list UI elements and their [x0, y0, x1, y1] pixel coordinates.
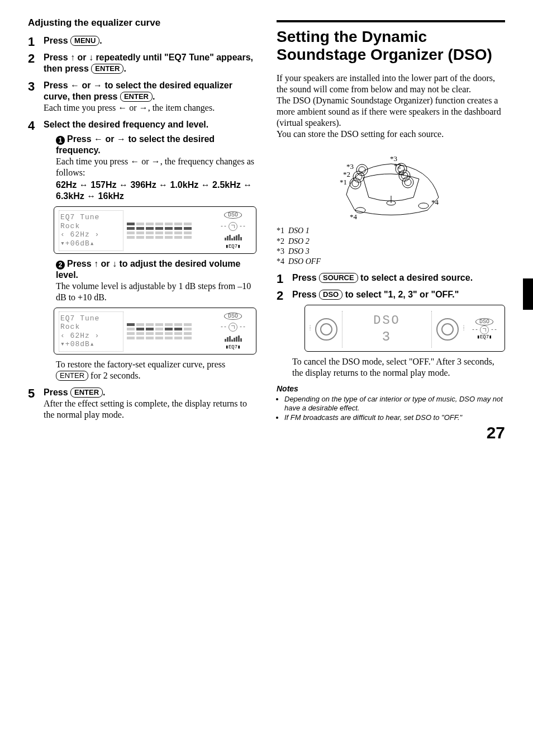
up-arrow-icon: ↑ [94, 259, 98, 268]
source-button-label: SOURCE [319, 273, 358, 283]
text: Each time you press [44, 103, 118, 112]
text: or [127, 103, 139, 112]
eq-bar-icon [225, 234, 242, 240]
left-arrow-icon: ← [70, 81, 79, 90]
text: . [123, 64, 126, 73]
step-5-body: After the effect setting is complete, th… [44, 398, 256, 420]
text: . [103, 388, 105, 397]
right-arrow-icon: → [117, 134, 126, 144]
text: , the item changes. [148, 103, 215, 112]
right-column: Setting the Dynamic Soundstage Organizer… [277, 17, 505, 426]
lcd-left: EQ7 Tune Rock ‹ 62Hz › ▾+08dB▴ [59, 311, 123, 352]
text: Press [44, 36, 68, 45]
dso-legend: *1 DSO 1 *2 DSO 2 *3 DSO 3 *4 DSO OFF [277, 226, 505, 267]
step-1-head: Press MENU. [44, 36, 102, 45]
bullet-2-icon: 2 [56, 261, 65, 270]
diag-label: *4 [350, 212, 358, 221]
text: Each time you press [56, 157, 130, 166]
car-interior-diagram: *3 *2 *1 *3 *2 *1 *4 *4 [330, 144, 453, 223]
step-4a-body: Each time you press ← or →, the frequenc… [56, 156, 256, 178]
legend-row: *4 DSO OFF [277, 257, 505, 267]
lcd-line: EQ7 Tune [60, 314, 122, 323]
text: Press [67, 134, 94, 144]
bullet-1-icon: 1 [56, 136, 65, 145]
step-4-sublist: 1 Press ← or → to select the desired fre… [44, 134, 256, 381]
dso-main-text: DSO 3 [342, 311, 432, 348]
lcd-eq-bars [127, 210, 211, 251]
speaker-icon [436, 318, 459, 341]
text: . [153, 92, 155, 101]
speaker-icon [315, 318, 337, 341]
diag-label: *2 [343, 170, 350, 178]
text: or [98, 259, 112, 268]
step-2-head: Press ↑ or ↓ repeatedly until "EQ7 Tune"… [44, 53, 253, 73]
clock-row: ---- [220, 323, 246, 332]
text: Press [292, 273, 319, 282]
right-arrow-icon: → [139, 103, 148, 112]
dso-step-2: Press DSO to select "1, 2, 3" or "OFF." … [277, 289, 505, 379]
lcd-line: ‹ 62Hz › [60, 332, 122, 341]
text: Press [44, 388, 70, 397]
dso-badge-icon: DSO [224, 313, 242, 320]
dso-title: Setting the Dynamic Soundstage Organizer… [277, 28, 505, 64]
text: or [75, 53, 89, 62]
enter-button-label: ENTER [120, 92, 153, 102]
dso-button-label: DSO [319, 290, 342, 300]
clock-icon [229, 323, 237, 332]
right-dots: ⦙ [463, 325, 464, 333]
left-arrow-icon: ← [94, 134, 103, 144]
eq7-label: ▮EQ7▮ [225, 344, 240, 351]
note-item: If FM broadcasts are difficult to hear, … [284, 413, 505, 422]
svg-point-11 [402, 177, 413, 188]
down-arrow-icon: ↓ [112, 259, 117, 268]
enter-button-label: ENTER [56, 371, 88, 381]
left-column: Adjusting the equalizer curve Press MENU… [28, 17, 256, 426]
heading-rule [277, 20, 505, 22]
page-columns: Adjusting the equalizer curve Press MENU… [28, 17, 505, 426]
step-4a-head: Press ← or → to select the desired frequ… [56, 134, 215, 155]
up-arrow-icon: ↑ [70, 53, 75, 62]
legend-row: *1 DSO 1 [277, 226, 505, 236]
text: Press [67, 259, 94, 268]
dso-para-1: If your speakers are installed into the … [277, 73, 505, 95]
right-arrow-icon: → [93, 81, 102, 90]
text: for 2 seconds. [88, 371, 140, 380]
notes-heading: Notes [277, 384, 505, 394]
lcd-left: EQ7 Tune Rock ‹ 62Hz › ▾+06dB▴ [59, 210, 123, 251]
step-4a: 1 Press ← or → to select the desired fre… [44, 134, 256, 253]
legend-row: *2 DSO 2 [277, 237, 505, 247]
lcd-eq-bars [127, 311, 211, 352]
lcd-line: EQ7 Tune [60, 213, 122, 222]
svg-point-5 [350, 178, 361, 189]
step-4b-head: Press ↑ or ↓ to adjust the desired volum… [56, 259, 240, 280]
clock-icon [480, 325, 489, 334]
lcd-right: DSO ---- ▮EQ7▮ [215, 210, 251, 251]
text: to select "1, 2, 3" or "OFF." [342, 290, 459, 299]
left-arrow-icon: ← [118, 103, 127, 112]
dso-lcd-display: ⦙ DSO 3 ⦙ DSO ---- ▮EQ7▮ [304, 305, 505, 352]
lcd-line: ‹ 62Hz › [60, 230, 122, 239]
lcd-line: Rock [60, 323, 122, 332]
lcd-display-2: EQ7 Tune Rock ‹ 62Hz › ▾+08dB▴ [54, 308, 256, 355]
text: Press [44, 53, 70, 62]
left-dots: ⦙ [310, 325, 311, 333]
text: or [139, 157, 151, 166]
diag-label: *1 [398, 169, 405, 177]
text: Press [292, 290, 319, 299]
menu-button-label: MENU [70, 36, 99, 46]
diag-label: *4 [431, 198, 439, 206]
enter-button-label: ENTER [70, 388, 103, 398]
enter-button-label: ENTER [91, 64, 123, 74]
step-3-head: Press ← or → to select the desired equal… [44, 80, 256, 102]
step-5-head: Press ENTER. [44, 388, 106, 397]
dso-steps: Press SOURCE to select a desired source.… [277, 272, 505, 379]
text: to select a desired source. [358, 273, 473, 282]
right-arrow-icon: → [151, 157, 160, 166]
clock-row: ---- [472, 325, 497, 334]
step-5: Press ENTER. After the effect setting is… [28, 387, 256, 420]
text: or [79, 81, 93, 90]
dso-cancel-note: To cancel the DSO mode, select "OFF." Af… [292, 356, 505, 379]
dso-para-3: You can store the DSO setting for each s… [277, 129, 505, 140]
left-heading: Adjusting the equalizer curve [28, 17, 256, 29]
dso-step-1-head: Press SOURCE to select a desired source. [292, 273, 473, 282]
